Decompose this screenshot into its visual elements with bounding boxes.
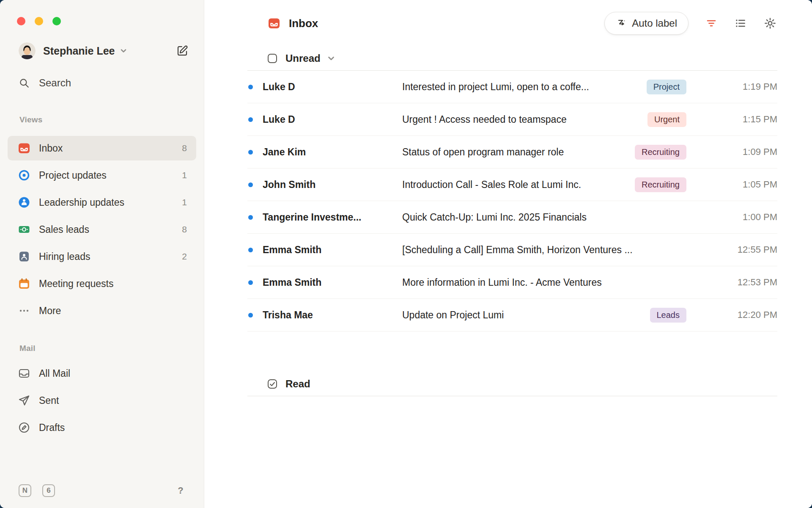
email-time: 12:20 PM xyxy=(686,309,777,320)
sidebar-item-meeting-requests[interactable]: Meeting requests xyxy=(8,271,196,296)
email-subject: Interested in project Lumi, open to a co… xyxy=(402,81,647,93)
unread-section-header[interactable]: Unread xyxy=(247,47,777,71)
email-sender: Luke D xyxy=(263,81,402,93)
chevron-down-icon xyxy=(326,54,336,63)
search-icon xyxy=(19,77,30,88)
email-row[interactable]: John Smith Introduction Call - Sales Rol… xyxy=(247,168,777,201)
calendar-icon xyxy=(18,277,30,290)
compose-button[interactable] xyxy=(176,44,189,57)
email-sender: Luke D xyxy=(263,114,402,125)
list-icon xyxy=(734,17,747,30)
email-sender: Jane Kim xyxy=(263,146,402,158)
sidebar-item-project-updates[interactable]: Project updates 1 xyxy=(8,163,196,188)
email-label-chip[interactable]: Recruiting xyxy=(635,145,686,160)
email-label-chip[interactable]: Project xyxy=(647,80,686,94)
app-window: Stephanie Lee Search Views xyxy=(0,0,812,508)
account-row: Stephanie Lee xyxy=(19,41,189,61)
email-row[interactable]: Jane Kim Status of open program manager … xyxy=(247,136,777,168)
email-list: Unread Luke D Interested in project Lumi… xyxy=(247,45,777,396)
filter-icon xyxy=(705,17,717,29)
help-button[interactable]: ? xyxy=(174,484,187,497)
filter-button[interactable] xyxy=(705,17,717,29)
close-window-button[interactable] xyxy=(17,17,25,25)
sidebar-item-more[interactable]: More xyxy=(8,298,196,323)
id-badge-icon xyxy=(18,250,30,263)
mail-nav: All Mail Sent Drafts xyxy=(0,360,204,441)
email-subject: Status of open program manager role xyxy=(402,146,635,158)
sidebar-footer: N 6 ? xyxy=(19,484,187,497)
auto-label-label: Auto label xyxy=(632,17,677,29)
account-switcher[interactable]: Stephanie Lee xyxy=(36,45,128,57)
sidebar-item-sent[interactable]: Sent xyxy=(8,388,196,413)
inbox-icon xyxy=(18,142,30,155)
email-label-chip[interactable]: Recruiting xyxy=(635,177,686,192)
unread-dot xyxy=(248,313,253,318)
email-row[interactable]: Emma Smith More information in Lumi Inc.… xyxy=(247,266,777,299)
settings-gear-icon xyxy=(764,17,776,30)
page-title: Inbox xyxy=(289,17,318,30)
search-label: Search xyxy=(39,77,71,89)
compose-icon xyxy=(176,44,189,57)
sidebar-item-count: 1 xyxy=(182,170,187,180)
auto-label-button[interactable]: Auto label xyxy=(604,12,689,35)
email-sender: Trisha Mae xyxy=(263,309,402,321)
banknote-icon xyxy=(18,223,30,236)
zoom-window-button[interactable] xyxy=(52,17,61,25)
chevron-down-icon xyxy=(119,47,128,55)
ellipsis-icon xyxy=(18,304,30,317)
count-badge[interactable]: 6 xyxy=(42,484,55,497)
sidebar-item-label: Leadership updates xyxy=(39,197,124,208)
unread-dot xyxy=(248,150,253,155)
email-time: 1:05 PM xyxy=(686,179,777,190)
email-time: 12:55 PM xyxy=(686,244,777,255)
read-checkbox-icon xyxy=(267,378,278,389)
sidebar-item-count: 2 xyxy=(182,251,187,262)
sidebar-item-count: 8 xyxy=(182,143,187,153)
sidebar-item-leadership-updates[interactable]: Leadership updates 1 xyxy=(8,190,196,215)
email-subject: Update on Project Lumi xyxy=(402,309,650,321)
sidebar-item-count: 8 xyxy=(182,224,187,235)
sidebar-item-label: Project updates xyxy=(39,170,107,181)
tray-icon xyxy=(18,367,30,380)
auto-label-icon xyxy=(616,18,627,29)
email-row[interactable]: Luke D Urgent ! Access needed to teamspa… xyxy=(247,103,777,136)
unread-dot xyxy=(248,182,253,187)
target-icon xyxy=(18,169,30,182)
avatar[interactable] xyxy=(19,42,36,59)
sidebar-item-label: More xyxy=(39,305,61,317)
unread-dot xyxy=(248,117,253,122)
views-section-label: Views xyxy=(19,115,204,124)
sidebar-item-sales-leads[interactable]: Sales leads 8 xyxy=(8,217,196,242)
sidebar-item-inbox[interactable]: Inbox 8 xyxy=(8,136,196,160)
minimize-window-button[interactable] xyxy=(35,17,43,25)
email-time: 1:15 PM xyxy=(686,114,777,125)
sidebar: Stephanie Lee Search Views xyxy=(0,0,204,508)
workspace-badge[interactable]: N xyxy=(19,484,31,497)
read-section-header[interactable]: Read xyxy=(247,372,777,396)
email-label-chip[interactable]: Urgent xyxy=(647,112,686,127)
email-subject: Urgent ! Access needed to teamspace xyxy=(402,114,647,125)
unread-dot xyxy=(248,85,253,89)
email-row[interactable]: Emma Smith [Scheduling a Call] Emma Smit… xyxy=(247,234,777,266)
email-row[interactable]: Tangerine Investme... Quick Catch-Up: Lu… xyxy=(247,201,777,234)
email-row[interactable]: Trisha Mae Update on Project Lumi Leads … xyxy=(247,299,777,331)
sidebar-item-hiring-leads[interactable]: Hiring leads 2 xyxy=(8,244,196,269)
read-section-label: Read xyxy=(285,378,310,390)
sidebar-item-count: 1 xyxy=(182,197,187,207)
settings-button[interactable] xyxy=(764,17,776,30)
sidebar-item-drafts[interactable]: Drafts xyxy=(8,415,196,440)
sidebar-item-label: Drafts xyxy=(39,422,65,433)
person-icon xyxy=(18,196,30,209)
search-button[interactable]: Search xyxy=(19,74,189,92)
email-row[interactable]: Luke D Interested in project Lumi, open … xyxy=(247,71,777,103)
sidebar-item-all-mail[interactable]: All Mail xyxy=(8,361,196,386)
email-label-chip[interactable]: Leads xyxy=(650,308,687,323)
views-nav: Inbox 8 Project updates 1 Lead xyxy=(0,135,204,324)
main-content: Inbox Auto label xyxy=(204,0,812,508)
mail-section-label: Mail xyxy=(19,344,204,353)
email-time: 1:19 PM xyxy=(686,81,777,92)
main-header: Inbox Auto label xyxy=(204,0,812,45)
email-time: 1:00 PM xyxy=(686,212,777,223)
email-sender: Emma Smith xyxy=(263,244,402,256)
list-view-button[interactable] xyxy=(734,17,747,30)
